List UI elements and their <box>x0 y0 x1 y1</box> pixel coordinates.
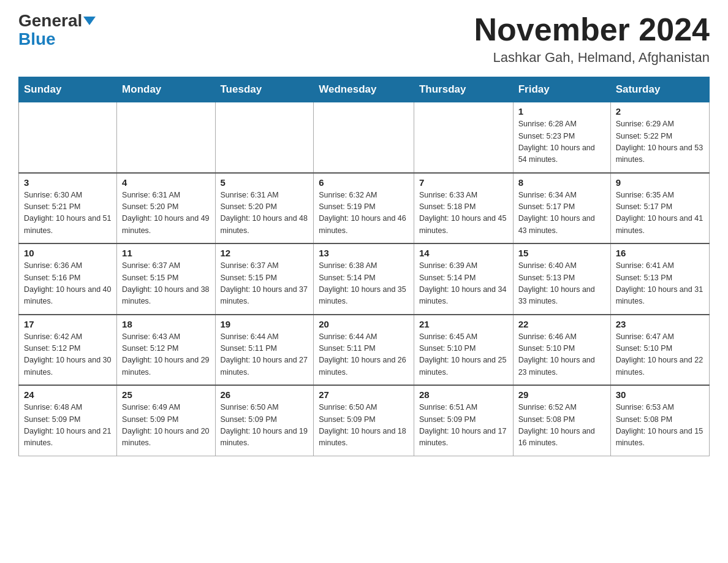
table-row: 12Sunrise: 6:37 AMSunset: 5:15 PMDayligh… <box>215 243 314 315</box>
day-info: Sunrise: 6:33 AMSunset: 5:18 PMDaylight:… <box>419 190 508 237</box>
day-info: Sunrise: 6:40 AMSunset: 5:13 PMDaylight:… <box>518 260 605 308</box>
day-number: 6 <box>319 177 409 188</box>
table-row <box>414 102 513 173</box>
table-row: 22Sunrise: 6:46 AMSunset: 5:10 PMDayligh… <box>513 315 610 386</box>
day-number: 24 <box>24 389 112 400</box>
day-number: 12 <box>221 248 309 258</box>
table-row: 9Sunrise: 6:35 AMSunset: 5:17 PMDaylight… <box>610 173 709 244</box>
logo-triangle-icon <box>83 17 96 25</box>
day-number: 18 <box>122 319 210 329</box>
day-info: Sunrise: 6:31 AMSunset: 5:20 PMDaylight:… <box>122 190 210 237</box>
col-friday: Friday <box>513 77 610 102</box>
day-info: Sunrise: 6:44 AMSunset: 5:11 PMDaylight:… <box>319 331 409 379</box>
day-info: Sunrise: 6:52 AMSunset: 5:08 PMDaylight:… <box>518 402 605 450</box>
table-row: 14Sunrise: 6:39 AMSunset: 5:14 PMDayligh… <box>414 243 513 315</box>
table-row: 2Sunrise: 6:29 AMSunset: 5:22 PMDaylight… <box>610 102 709 173</box>
table-row: 15Sunrise: 6:40 AMSunset: 5:13 PMDayligh… <box>513 243 610 315</box>
day-number: 15 <box>518 248 605 258</box>
table-row: 21Sunrise: 6:45 AMSunset: 5:10 PMDayligh… <box>414 315 513 386</box>
table-row: 11Sunrise: 6:37 AMSunset: 5:15 PMDayligh… <box>117 243 215 315</box>
day-number: 25 <box>122 389 210 400</box>
day-info: Sunrise: 6:36 AMSunset: 5:16 PMDaylight:… <box>24 260 112 308</box>
table-row: 25Sunrise: 6:49 AMSunset: 5:09 PMDayligh… <box>117 385 215 456</box>
day-info: Sunrise: 6:37 AMSunset: 5:15 PMDaylight:… <box>221 260 309 308</box>
day-number: 27 <box>319 389 409 400</box>
day-info: Sunrise: 6:29 AMSunset: 5:22 PMDaylight:… <box>616 118 704 166</box>
table-row: 18Sunrise: 6:43 AMSunset: 5:12 PMDayligh… <box>117 315 215 386</box>
table-row: 26Sunrise: 6:50 AMSunset: 5:09 PMDayligh… <box>215 385 314 456</box>
day-number: 20 <box>319 319 409 329</box>
calendar-table: Sunday Monday Tuesday Wednesday Thursday… <box>18 77 710 456</box>
day-info: Sunrise: 6:45 AMSunset: 5:10 PMDaylight:… <box>419 331 508 379</box>
day-info: Sunrise: 6:30 AMSunset: 5:21 PMDaylight:… <box>24 190 112 237</box>
table-row: 5Sunrise: 6:31 AMSunset: 5:20 PMDaylight… <box>215 173 314 244</box>
table-row: 13Sunrise: 6:38 AMSunset: 5:14 PMDayligh… <box>314 243 414 315</box>
logo-line2: Blue <box>18 31 56 48</box>
day-number: 4 <box>122 177 210 188</box>
table-row: 28Sunrise: 6:51 AMSunset: 5:09 PMDayligh… <box>414 385 513 456</box>
day-number: 10 <box>24 248 112 258</box>
day-info: Sunrise: 6:28 AMSunset: 5:23 PMDaylight:… <box>518 118 605 166</box>
table-row: 20Sunrise: 6:44 AMSunset: 5:11 PMDayligh… <box>314 315 414 386</box>
table-row: 27Sunrise: 6:50 AMSunset: 5:09 PMDayligh… <box>314 385 414 456</box>
calendar-week-row: 1Sunrise: 6:28 AMSunset: 5:23 PMDaylight… <box>19 102 710 173</box>
table-row <box>314 102 414 173</box>
day-number: 23 <box>616 319 704 329</box>
table-row: 1Sunrise: 6:28 AMSunset: 5:23 PMDaylight… <box>513 102 610 173</box>
col-saturday: Saturday <box>610 77 709 102</box>
day-number: 2 <box>616 106 704 117</box>
day-number: 14 <box>419 248 508 258</box>
calendar-header-row: Sunday Monday Tuesday Wednesday Thursday… <box>19 77 710 102</box>
calendar-week-row: 24Sunrise: 6:48 AMSunset: 5:09 PMDayligh… <box>19 385 710 456</box>
page-header: General Blue November 2024 Lashkar Gah, … <box>18 12 710 66</box>
day-info: Sunrise: 6:39 AMSunset: 5:14 PMDaylight:… <box>419 260 508 308</box>
day-number: 7 <box>419 177 508 188</box>
day-info: Sunrise: 6:35 AMSunset: 5:17 PMDaylight:… <box>616 190 704 237</box>
day-number: 17 <box>24 319 112 329</box>
table-row <box>19 102 117 173</box>
col-thursday: Thursday <box>414 77 513 102</box>
table-row: 8Sunrise: 6:34 AMSunset: 5:17 PMDaylight… <box>513 173 610 244</box>
day-info: Sunrise: 6:49 AMSunset: 5:09 PMDaylight:… <box>122 402 210 450</box>
day-info: Sunrise: 6:43 AMSunset: 5:12 PMDaylight:… <box>122 331 210 379</box>
calendar-week-row: 10Sunrise: 6:36 AMSunset: 5:16 PMDayligh… <box>19 243 710 315</box>
location-title: Lashkar Gah, Helmand, Afghanistan <box>474 50 710 66</box>
table-row: 16Sunrise: 6:41 AMSunset: 5:13 PMDayligh… <box>610 243 709 315</box>
day-number: 5 <box>221 177 309 188</box>
day-info: Sunrise: 6:50 AMSunset: 5:09 PMDaylight:… <box>221 402 309 450</box>
day-info: Sunrise: 6:53 AMSunset: 5:08 PMDaylight:… <box>616 402 704 450</box>
col-tuesday: Tuesday <box>215 77 314 102</box>
table-row: 19Sunrise: 6:44 AMSunset: 5:11 PMDayligh… <box>215 315 314 386</box>
title-area: November 2024 Lashkar Gah, Helmand, Afgh… <box>474 12 710 66</box>
day-number: 13 <box>319 248 409 258</box>
table-row: 24Sunrise: 6:48 AMSunset: 5:09 PMDayligh… <box>19 385 117 456</box>
table-row: 7Sunrise: 6:33 AMSunset: 5:18 PMDaylight… <box>414 173 513 244</box>
day-number: 22 <box>518 319 605 329</box>
logo: General Blue <box>18 12 96 48</box>
day-info: Sunrise: 6:38 AMSunset: 5:14 PMDaylight:… <box>319 260 409 308</box>
day-number: 9 <box>616 177 704 188</box>
day-info: Sunrise: 6:44 AMSunset: 5:11 PMDaylight:… <box>221 331 309 379</box>
day-number: 26 <box>221 389 309 400</box>
day-number: 28 <box>419 389 508 400</box>
day-info: Sunrise: 6:42 AMSunset: 5:12 PMDaylight:… <box>24 331 112 379</box>
day-info: Sunrise: 6:48 AMSunset: 5:09 PMDaylight:… <box>24 402 112 450</box>
day-number: 30 <box>616 389 704 400</box>
table-row: 23Sunrise: 6:47 AMSunset: 5:10 PMDayligh… <box>610 315 709 386</box>
day-info: Sunrise: 6:32 AMSunset: 5:19 PMDaylight:… <box>319 190 409 237</box>
day-number: 11 <box>122 248 210 258</box>
table-row: 4Sunrise: 6:31 AMSunset: 5:20 PMDaylight… <box>117 173 215 244</box>
day-info: Sunrise: 6:41 AMSunset: 5:13 PMDaylight:… <box>616 260 704 308</box>
table-row <box>117 102 215 173</box>
logo-line1: General <box>18 12 96 29</box>
day-number: 21 <box>419 319 508 329</box>
table-row: 10Sunrise: 6:36 AMSunset: 5:16 PMDayligh… <box>19 243 117 315</box>
day-info: Sunrise: 6:34 AMSunset: 5:17 PMDaylight:… <box>518 190 605 237</box>
day-info: Sunrise: 6:47 AMSunset: 5:10 PMDaylight:… <box>616 331 704 379</box>
col-monday: Monday <box>117 77 215 102</box>
day-info: Sunrise: 6:37 AMSunset: 5:15 PMDaylight:… <box>122 260 210 308</box>
day-info: Sunrise: 6:50 AMSunset: 5:09 PMDaylight:… <box>319 402 409 450</box>
calendar-week-row: 17Sunrise: 6:42 AMSunset: 5:12 PMDayligh… <box>19 315 710 386</box>
day-number: 3 <box>24 177 112 188</box>
day-info: Sunrise: 6:31 AMSunset: 5:20 PMDaylight:… <box>221 190 309 237</box>
